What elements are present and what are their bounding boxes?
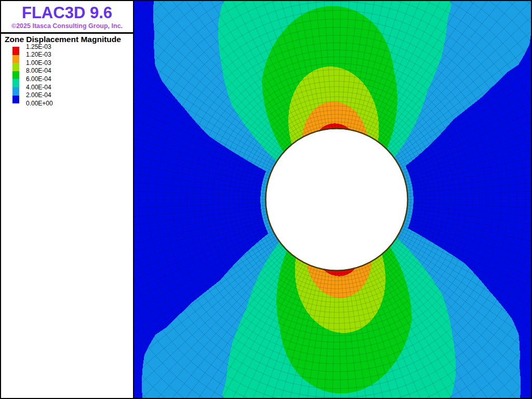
legend-label: 1.20E-03 xyxy=(26,51,51,59)
legend-swatch xyxy=(12,71,19,79)
legend-swatch xyxy=(12,87,19,96)
legend-swatch xyxy=(12,96,19,104)
legend-label: 6.00E-04 xyxy=(26,75,51,83)
legend-scale: 1.25E-031.20E-031.00E-038.00E-046.00E-04… xyxy=(1,1,133,398)
legend-label: 4.00E-04 xyxy=(26,84,51,91)
legend-sidebar: FLAC3D 9.6 ©2025 Itasca Consulting Group… xyxy=(1,1,133,398)
legend-swatch xyxy=(12,63,19,71)
legend-label: 1.00E-03 xyxy=(26,59,51,67)
legend-label: 0.00E+00 xyxy=(26,100,53,108)
legend-swatch xyxy=(12,55,19,63)
legend-label: 8.00E-04 xyxy=(26,67,51,75)
flac3d-window: FLAC3D 9.6 ©2025 Itasca Consulting Group… xyxy=(0,0,532,399)
legend-swatch xyxy=(12,47,19,55)
legend-label: 2.00E-04 xyxy=(26,91,51,99)
legend-swatch xyxy=(12,79,19,87)
legend-label: 1.25E-03 xyxy=(26,43,51,51)
contour-canvas[interactable] xyxy=(134,1,531,398)
